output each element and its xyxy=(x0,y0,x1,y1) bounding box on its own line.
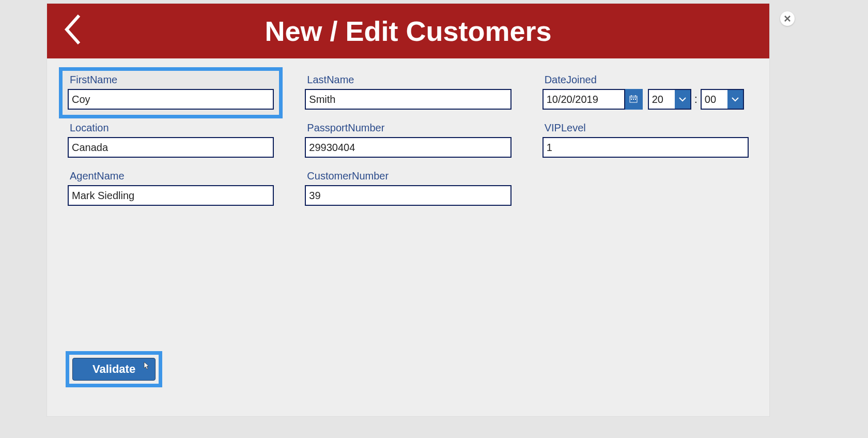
time-colon: : xyxy=(694,93,698,106)
back-button[interactable] xyxy=(63,14,83,45)
firstname-input[interactable] xyxy=(68,89,274,110)
passportnumber-field: PassportNumber xyxy=(305,122,511,158)
datejoined-label: DateJoined xyxy=(542,74,749,86)
svg-rect-6 xyxy=(635,99,636,100)
viplevel-input[interactable] xyxy=(542,137,749,158)
passportnumber-label: PassportNumber xyxy=(305,122,511,134)
firstname-field-highlight: FirstName xyxy=(59,67,283,118)
customernumber-input[interactable] xyxy=(305,185,511,206)
page-title: New / Edit Customers xyxy=(265,15,551,47)
datejoined-minute-value: 00 xyxy=(702,90,727,109)
agentname-label: AgentName xyxy=(68,170,274,182)
customer-form-panel: New / Edit Customers FirstName LastName … xyxy=(47,3,770,417)
customernumber-label: CustomerNumber xyxy=(305,170,511,182)
lastname-input[interactable] xyxy=(305,89,511,110)
calendar-icon xyxy=(629,95,638,103)
passportnumber-input[interactable] xyxy=(305,137,511,158)
form-grid: FirstName LastName DateJoined xyxy=(47,58,769,211)
validate-button-label: Validate xyxy=(92,363,135,375)
svg-rect-5 xyxy=(633,99,634,100)
viplevel-label: VIPLevel xyxy=(542,122,749,134)
cursor-icon xyxy=(142,361,150,372)
viplevel-field: VIPLevel xyxy=(542,122,749,158)
lastname-field: LastName xyxy=(305,74,511,110)
validate-button[interactable]: Validate xyxy=(72,358,156,381)
customernumber-field: CustomerNumber xyxy=(305,170,511,206)
close-icon xyxy=(784,16,791,22)
chevron-down-icon xyxy=(679,97,686,102)
validate-highlight: Validate xyxy=(66,351,162,387)
chevron-down-icon xyxy=(732,97,739,102)
datejoined-date-input[interactable] xyxy=(542,89,625,110)
location-field: Location xyxy=(68,122,274,158)
location-label: Location xyxy=(68,122,274,134)
agentname-field: AgentName xyxy=(68,170,274,206)
firstname-field: FirstName xyxy=(68,74,274,110)
close-button[interactable] xyxy=(780,11,795,26)
agentname-input[interactable] xyxy=(68,185,274,206)
datejoined-hour-dropdown-button[interactable] xyxy=(675,90,690,109)
svg-rect-4 xyxy=(631,99,632,100)
firstname-label: FirstName xyxy=(68,74,274,86)
location-input[interactable] xyxy=(68,137,274,158)
header-bar: New / Edit Customers xyxy=(47,4,769,58)
datejoined-field: DateJoined 20 xyxy=(542,74,749,110)
datejoined-minute-dropdown-button[interactable] xyxy=(727,90,743,109)
chevron-left-icon xyxy=(64,14,82,45)
datejoined-calendar-button[interactable] xyxy=(625,89,643,110)
datejoined-minute-select[interactable]: 00 xyxy=(701,89,744,110)
datejoined-hour-value: 20 xyxy=(649,90,675,109)
lastname-label: LastName xyxy=(305,74,511,86)
datejoined-hour-select[interactable]: 20 xyxy=(648,89,691,110)
datejoined-row: 20 : 00 xyxy=(542,89,749,110)
